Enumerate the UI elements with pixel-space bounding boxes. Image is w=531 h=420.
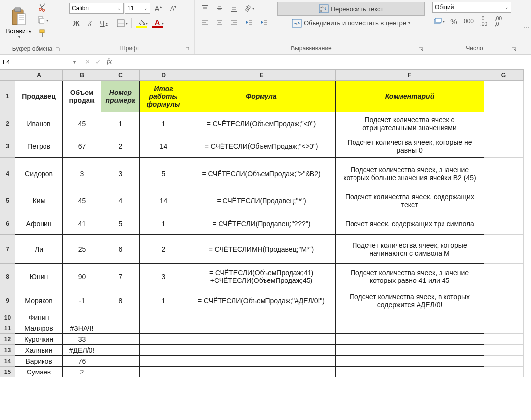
cell[interactable]: = СЧЁТЕСЛИ(ОбъемПродаж;">"&B2) <box>187 158 336 189</box>
cell[interactable]: Формула <box>187 81 336 112</box>
italic-button[interactable]: К <box>83 17 97 30</box>
column-header-G[interactable]: G <box>484 70 524 81</box>
decrease-indent-button[interactable] <box>242 16 256 29</box>
cell[interactable]: = СЧЁТЕСЛИ(ОбъемПродаж;"#ДЕЛ/0!") <box>187 289 336 312</box>
cell[interactable] <box>484 112 524 135</box>
row-header[interactable]: 9 <box>0 289 15 312</box>
cell[interactable]: #ДЕЛ/0! <box>63 345 101 356</box>
cell[interactable]: = СЧЁТЕСЛИ(Продавец;"???") <box>187 212 336 235</box>
cell[interactable]: 5 <box>101 212 140 235</box>
cell[interactable]: 8 <box>101 289 140 312</box>
column-header-D[interactable]: D <box>140 70 187 81</box>
currency-button[interactable]: ▾ <box>432 15 446 28</box>
align-right-button[interactable] <box>227 16 241 29</box>
cell[interactable] <box>101 356 140 367</box>
cell[interactable]: 76 <box>63 356 101 367</box>
font-name-combo[interactable]: Calibri⌄ <box>69 3 124 14</box>
cell[interactable]: 6 <box>101 235 140 264</box>
cell[interactable] <box>484 264 524 289</box>
cell[interactable]: Объем продаж <box>63 81 101 112</box>
cell[interactable] <box>101 367 140 377</box>
cell[interactable]: Ли <box>15 235 63 264</box>
cell[interactable]: 41 <box>63 212 101 235</box>
column-header-E[interactable]: E <box>187 70 336 81</box>
cell[interactable] <box>484 235 524 264</box>
cell[interactable] <box>484 334 524 345</box>
number-format-combo[interactable]: Общий⌄ <box>432 2 511 13</box>
cell[interactable] <box>140 312 187 323</box>
cell[interactable] <box>336 334 484 345</box>
increase-indent-button[interactable] <box>257 16 271 29</box>
cell[interactable]: 25 <box>63 235 101 264</box>
sheet-area[interactable]: A B C D E F G 1 Продавец Объем продаж Но… <box>0 69 531 420</box>
cell[interactable]: Подсчет количества ячеек, значение котор… <box>336 264 484 289</box>
cell[interactable]: Моряков <box>15 289 63 312</box>
format-painter-button[interactable] <box>36 27 49 40</box>
cell[interactable] <box>336 345 484 356</box>
cell[interactable]: Подсчет количества ячеек с отрицательным… <box>336 112 484 135</box>
chevron-down-icon[interactable]: ▾ <box>70 59 79 65</box>
cell[interactable]: Ким <box>15 189 63 212</box>
row-header[interactable]: 3 <box>0 135 15 158</box>
cell[interactable] <box>187 356 336 367</box>
cell[interactable] <box>101 312 140 323</box>
align-bottom-button[interactable] <box>227 2 241 15</box>
align-left-button[interactable] <box>198 16 212 29</box>
cancel-formula-button[interactable]: ✕ <box>82 58 93 66</box>
cell[interactable] <box>484 189 524 212</box>
row-header[interactable]: 11 <box>0 323 15 334</box>
percent-button[interactable]: % <box>447 15 461 28</box>
thousands-button[interactable]: 000 <box>462 15 476 28</box>
cell[interactable]: 3 <box>63 158 101 189</box>
cell[interactable]: Юнин <box>15 264 63 289</box>
cell[interactable] <box>484 367 524 377</box>
cell[interactable] <box>336 312 484 323</box>
row-header[interactable]: 13 <box>0 345 15 356</box>
underline-button[interactable]: Ч▾ <box>97 17 111 30</box>
font-color-button[interactable]: A ▾ <box>149 17 165 30</box>
cell[interactable]: 67 <box>63 135 101 158</box>
cell[interactable]: Сумаев <box>15 367 63 377</box>
cell[interactable]: = СЧЁТЕСЛИ(ОбъемПродаж;"<>0") <box>187 135 336 158</box>
number-launcher[interactable] <box>511 46 518 53</box>
row-header[interactable]: 4 <box>0 158 15 189</box>
decrease-font-button[interactable]: A▾ <box>166 2 180 15</box>
cell[interactable]: -1 <box>63 289 101 312</box>
cell[interactable]: 45 <box>63 112 101 135</box>
cell[interactable]: 4 <box>101 189 140 212</box>
fill-color-button[interactable]: ▾ <box>133 17 149 30</box>
orientation-button[interactable]: ab▾ <box>242 2 256 15</box>
cell[interactable]: Подсчет количества ячеек, которые начина… <box>336 235 484 264</box>
merge-center-button[interactable]: a Объединить и поместить в центре ▾ <box>277 16 425 30</box>
formula-input[interactable] <box>118 55 531 69</box>
cell[interactable] <box>336 367 484 377</box>
cell[interactable]: Комментарий <box>336 81 484 112</box>
cell[interactable] <box>101 323 140 334</box>
wrap-text-button[interactable]: abc Переносить текст <box>277 2 425 16</box>
cell[interactable]: Вариков <box>15 356 63 367</box>
cell[interactable]: 2 <box>140 235 187 264</box>
cell[interactable]: = СЧЁТЕСЛИМН(Продавец;"М*") <box>187 235 336 264</box>
cell[interactable]: Маляров <box>15 323 63 334</box>
cell[interactable]: Петров <box>15 135 63 158</box>
cell[interactable]: Афонин <box>15 212 63 235</box>
row-header[interactable]: 8 <box>0 264 15 289</box>
paste-button[interactable]: Вставить ▾ <box>2 1 36 45</box>
cell[interactable] <box>484 158 524 189</box>
cell[interactable]: 90 <box>63 264 101 289</box>
cell[interactable] <box>484 135 524 158</box>
increase-font-button[interactable]: A▴ <box>151 2 165 15</box>
cut-button[interactable] <box>36 1 49 14</box>
align-top-button[interactable] <box>198 2 212 15</box>
cell[interactable]: Иванов <box>15 112 63 135</box>
cell[interactable]: Сидоров <box>15 158 63 189</box>
row-header[interactable]: 15 <box>0 367 15 377</box>
cell[interactable]: 1 <box>140 289 187 312</box>
column-header-F[interactable]: F <box>336 70 484 81</box>
row-header[interactable]: 10 <box>0 312 15 323</box>
cell[interactable] <box>140 334 187 345</box>
cell[interactable] <box>187 312 336 323</box>
cell[interactable]: = СЧЁТЕСЛИ(ОбъемПродаж;41) +СЧЁТЕСЛИ(Объ… <box>187 264 336 289</box>
cell[interactable] <box>63 312 101 323</box>
cell[interactable] <box>101 334 140 345</box>
